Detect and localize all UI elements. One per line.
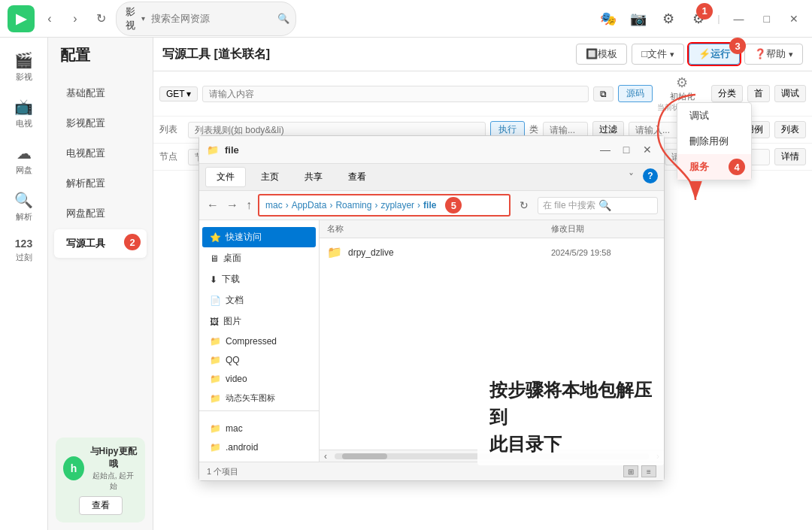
sidebar-item-movies[interactable]: 🎬 影视 (4, 45, 44, 89)
sidebar-item-misc[interactable]: 123 过刻 (4, 232, 44, 269)
class-label: 类 (529, 123, 538, 136)
fe-sidebar-label-qq: QQ (226, 355, 240, 365)
screenshot-icon[interactable]: 📷 (627, 8, 650, 30)
fe-sidebar-desktop[interactable]: 🖥 桌面 (202, 248, 316, 268)
fe-back-button[interactable]: ← (205, 197, 220, 214)
fe-tab-view[interactable]: 查看 (338, 168, 377, 186)
fe-sidebar-mac[interactable]: 📁 mac (202, 419, 316, 438)
fe-title: file (225, 144, 239, 156)
fe-mac-icon: 📁 (210, 423, 221, 434)
maximize-button[interactable]: □ (758, 10, 776, 28)
promo-card: h 与Hipy更配哦 起始点, 起开始 查看 (56, 438, 145, 522)
nav-item-basic[interactable]: 基础配置 (54, 79, 147, 108)
fe-sidebar-docs[interactable]: 📄 文档 (202, 290, 316, 310)
fe-sidebar-quickaccess[interactable]: ⭐ 快速访问 (202, 227, 316, 247)
back-button[interactable]: ‹ (39, 8, 60, 29)
method-get-button[interactable]: GET ▾ (159, 86, 198, 101)
close-button[interactable]: ✕ (783, 10, 804, 28)
fe-minimize-button[interactable]: — (596, 141, 614, 159)
fe-path-bar[interactable]: mac › AppData › Roaming › zyplayer › fil… (258, 194, 511, 217)
fe-item-count: 1 个项目 (207, 466, 238, 477)
category-button[interactable]: 分类 (711, 85, 743, 102)
help-circle-icon[interactable]: ? (643, 168, 658, 183)
fe-search-bar[interactable]: 在 file 中搜索 🔍 (538, 197, 658, 214)
fe-sidebar-downloads[interactable]: ⬇ 下载 (202, 269, 316, 289)
file-item-drpy[interactable]: 📁 drpy_dzlive 2024/5/29 19:58 (320, 241, 664, 263)
misc-icon: 123 (15, 238, 32, 250)
fe-path-segment-appdata[interactable]: AppData (292, 200, 327, 210)
fe-maximize-button[interactable]: □ (617, 141, 635, 159)
fe-sidebar-qq[interactable]: 📁 QQ (202, 351, 316, 369)
init-icon[interactable]: ⚙ (676, 74, 688, 91)
fe-scroll-left-button[interactable]: ‹ (320, 451, 332, 462)
fe-view-icon-1[interactable]: ⊞ (623, 465, 638, 477)
fe-tab-share[interactable]: 共享 (294, 168, 333, 186)
minimize-button[interactable]: — (728, 10, 750, 28)
fe-view-icon-2[interactable]: ≡ (641, 465, 656, 477)
fe-path-segment-file[interactable]: file (423, 200, 436, 210)
fe-close-button[interactable]: ✕ (638, 141, 656, 159)
run-btn-container: ⚡运行 3 (689, 44, 740, 65)
fe-docs-icon: 📄 (210, 295, 221, 306)
dropdown-item-delete[interactable]: 刪除用例 (677, 129, 751, 154)
fe-tab-home[interactable]: 主页 (250, 168, 289, 186)
search-bar[interactable]: 影视 ▾ 🔍 (116, 2, 296, 36)
nav-item-tv[interactable]: 电视配置 (54, 139, 147, 168)
forward-button[interactable]: › (65, 8, 86, 29)
copy-button[interactable]: ⧉ (593, 86, 614, 101)
fe-tab-file[interactable]: 文件 (205, 167, 246, 187)
template-button[interactable]: 🔲模板 (576, 44, 627, 65)
fe-search-placeholder: 在 file 中搜索 (543, 199, 595, 212)
search-input[interactable] (151, 13, 271, 24)
fe-sidebar-animated[interactable]: 📁 动态矢车图标 (202, 389, 316, 407)
help-button[interactable]: ❓帮助 (744, 44, 803, 65)
refresh-button[interactable]: ↻ (90, 8, 111, 29)
fe-path-segment-zyplayer[interactable]: zyplayer (380, 200, 414, 210)
fe-path-segment-roaming[interactable]: Roaming (335, 200, 371, 210)
step-badge-2: 2 (124, 234, 141, 250)
debug-button[interactable]: 调试 (774, 85, 806, 102)
tool-actions: 🔲模板 □文件 ⚡运行 3 ❓帮助 (576, 44, 803, 65)
sidebar-item-cloud[interactable]: ☁ 网盘 (4, 138, 44, 182)
fe-sidebar-label-downloads: 下载 (222, 273, 240, 286)
nav-bottom: h 与Hipy更配哦 起始点, 起开始 查看 (48, 430, 153, 530)
file-explorer: 📁 file — □ ✕ 文件 主页 共享 查看 ˅ ? (198, 135, 665, 481)
detail-button[interactable]: 详情 (774, 148, 806, 165)
sidebar-item-tv[interactable]: 📺 电视 (4, 92, 44, 135)
fe-sidebar-video[interactable]: 📁 video (202, 370, 316, 388)
fe-path-segment-mac[interactable]: mac (265, 200, 283, 210)
fe-desktop-icon: 🖥 (210, 253, 219, 264)
fe-forward-button[interactable]: → (225, 197, 240, 214)
dropdown-item-debug[interactable]: 调试 (677, 103, 751, 129)
source-button[interactable]: 源码 (618, 85, 653, 102)
fe-qq-icon: 📁 (210, 355, 221, 365)
nav-item-parse[interactable]: 解析配置 (54, 169, 147, 198)
fe-sidebar-pics[interactable]: 🖼 图片 (202, 311, 316, 332)
main-layout: 🎬 影视 📺 电视 ☁ 网盘 🔍 解析 123 过刻 配置 基础配置 影视配置 … (0, 38, 812, 530)
movies-icon: 🎬 (14, 51, 33, 69)
fe-scroll-thumb[interactable] (342, 453, 387, 459)
nav-item-cloudrive[interactable]: 网盘配置 (54, 199, 147, 228)
list-btn[interactable]: 列表 (774, 121, 806, 138)
home-button[interactable]: 首 (747, 85, 770, 102)
fe-chevron-icon[interactable]: ˅ (622, 168, 640, 186)
sidebar-item-parse[interactable]: 🔍 解析 (4, 185, 44, 229)
dropdown-item-service[interactable]: 服务 4 (677, 154, 751, 180)
dropdown-menu: 调试 刪除用例 服务 4 (677, 102, 752, 180)
settings-icon[interactable]: ⚙ (657, 8, 680, 30)
nav-item-movies[interactable]: 影视配置 (54, 109, 147, 138)
promo-view-button[interactable]: 查看 (79, 496, 123, 515)
nav-item-writetool[interactable]: 写源工具 2 (54, 229, 147, 258)
fe-refresh-path-button[interactable]: ↻ (515, 196, 533, 214)
display-icon[interactable]: 🎭 (597, 8, 620, 30)
request-input[interactable] (202, 86, 589, 102)
fe-sidebar-compressed[interactable]: 📁 Compressed (202, 332, 316, 350)
init-label: 初始化 (670, 91, 695, 102)
fe-sidebar-android[interactable]: 📁 .android (202, 438, 316, 456)
fe-up-button[interactable]: ↑ (244, 197, 253, 214)
sidebar-item-label-tv: 电视 (16, 118, 32, 129)
fe-sidebar: ⭐ 快速访问 🖥 桌面 ⬇ 下载 📄 文档 (199, 220, 320, 462)
search-category-label: 影视 (126, 5, 135, 32)
cloud-icon: ☁ (17, 144, 32, 162)
file-button[interactable]: □文件 (632, 44, 684, 65)
